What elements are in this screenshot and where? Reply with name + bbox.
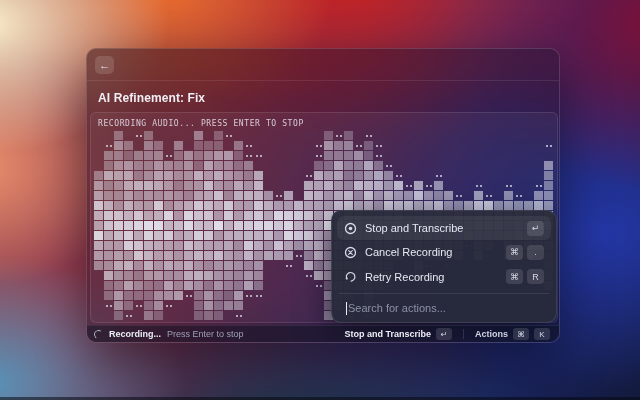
waveform-block: [194, 151, 203, 160]
waveform-block: [224, 191, 233, 200]
waveform-block: [304, 251, 313, 260]
menu-item-stop-and-transcribe[interactable]: Stop and Transcribe ↵: [337, 216, 551, 240]
waveform-block: [154, 171, 163, 180]
waveform-block: [144, 211, 153, 220]
actions-search-input[interactable]: [337, 294, 551, 322]
waveform-block: [154, 251, 163, 260]
waveform-block: [104, 151, 113, 160]
waveform-dot: [140, 135, 142, 137]
waveform-dot: [366, 135, 368, 137]
waveform-block: [494, 201, 503, 210]
waveform-block: [124, 171, 133, 180]
waveform-block: [314, 241, 323, 250]
waveform-block: [384, 201, 393, 210]
waveform-dot: [286, 265, 288, 267]
waveform-block: [304, 191, 313, 200]
waveform-block: [244, 281, 253, 290]
waveform-dot: [296, 255, 298, 257]
actions-menu-button[interactable]: Actions ⌘ K: [473, 327, 552, 341]
waveform-block: [194, 231, 203, 240]
waveform-dot: [316, 285, 318, 287]
waveform-block: [224, 251, 233, 260]
waveform-dot: [426, 185, 428, 187]
waveform-block: [144, 221, 153, 230]
waveform-block: [324, 171, 333, 180]
waveform-block: [234, 141, 243, 150]
waveform-block: [244, 211, 253, 220]
waveform-block: [224, 161, 233, 170]
waveform-block: [264, 231, 273, 240]
waveform-block: [114, 231, 123, 240]
waveform-block: [314, 191, 323, 200]
waveform-dot: [236, 315, 238, 317]
waveform-block: [164, 201, 173, 210]
menu-item-retry-recording[interactable]: Retry Recording ⌘ R: [337, 265, 551, 289]
waveform-block: [304, 201, 313, 210]
waveform-block: [134, 161, 143, 170]
waveform-block: [174, 161, 183, 170]
waveform-block: [314, 201, 323, 210]
waveform-block: [144, 271, 153, 280]
waveform-dot: [256, 155, 258, 157]
waveform-dot: [480, 185, 482, 187]
waveform-block: [314, 211, 323, 220]
waveform-block: [114, 191, 123, 200]
waveform-block: [174, 191, 183, 200]
waveform-block: [124, 291, 133, 300]
stop-and-transcribe-button[interactable]: Stop and Transcribe ↵: [342, 327, 454, 341]
waveform-block: [224, 261, 233, 270]
waveform-block: [204, 231, 213, 240]
waveform-block: [284, 191, 293, 200]
waveform-block: [244, 191, 253, 200]
waveform-dot: [246, 155, 248, 157]
waveform-block: [154, 211, 163, 220]
waveform-block: [504, 191, 513, 200]
waveform-block: [524, 201, 533, 210]
waveform-dot: [540, 185, 542, 187]
waveform-block: [364, 151, 373, 160]
waveform-block: [214, 181, 223, 190]
waveform-block: [324, 201, 333, 210]
waveform-block: [124, 191, 133, 200]
back-button[interactable]: ←: [95, 56, 114, 74]
waveform-dot: [126, 315, 128, 317]
waveform-block: [234, 291, 243, 300]
waveform-block: [124, 251, 133, 260]
waveform-block: [314, 181, 323, 190]
waveform-block: [104, 231, 113, 240]
waveform-dot: [370, 135, 372, 137]
waveform-block: [94, 201, 103, 210]
waveform-block: [94, 261, 103, 270]
waveform-block: [204, 191, 213, 200]
waveform-block: [184, 231, 193, 240]
waveform-block: [374, 201, 383, 210]
waveform-block: [144, 161, 153, 170]
waveform-dot: [166, 155, 168, 157]
waveform-block: [194, 221, 203, 230]
waveform-dot: [460, 195, 462, 197]
waveform-block: [244, 241, 253, 250]
waveform-block: [104, 271, 113, 280]
waveform-block: [474, 201, 483, 210]
waveform-block: [164, 291, 173, 300]
waveform-block: [144, 241, 153, 250]
key-r: R: [527, 269, 544, 284]
menu-item-label: Retry Recording: [365, 271, 498, 283]
waveform-block: [114, 251, 123, 260]
waveform-block: [214, 311, 223, 320]
waveform-block: [194, 161, 203, 170]
waveform-block: [184, 271, 193, 280]
waveform-block: [94, 231, 103, 240]
waveform-block: [334, 201, 343, 210]
menu-item-cancel-recording[interactable]: Cancel Recording ⌘ .: [337, 240, 551, 264]
waveform-block: [334, 161, 343, 170]
waveform-dot: [430, 185, 432, 187]
waveform-block: [144, 201, 153, 210]
waveform-block: [234, 161, 243, 170]
recording-spinner-icon: [93, 329, 103, 339]
waveform-block: [94, 211, 103, 220]
waveform-block: [204, 281, 213, 290]
waveform-block: [234, 201, 243, 210]
waveform-block: [114, 281, 123, 290]
waveform-dot: [250, 145, 252, 147]
